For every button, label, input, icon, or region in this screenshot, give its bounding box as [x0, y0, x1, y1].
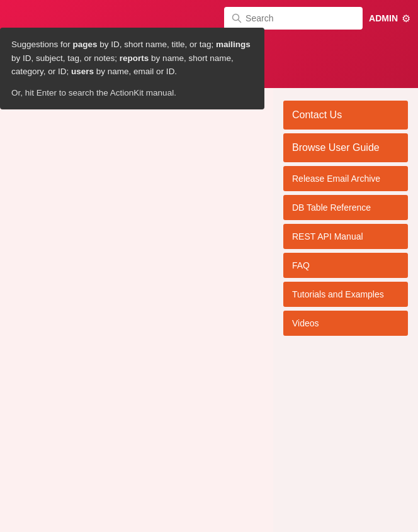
search-dropdown: Suggestions for pages by ID, short name,… — [0, 28, 264, 109]
dropdown-hint: Or, hit Enter to search the ActionKit ma… — [11, 86, 253, 100]
search-icon — [232, 13, 242, 23]
search-input[interactable] — [246, 13, 355, 23]
mailings-keyword: mailings — [216, 40, 251, 49]
sidebar-button-faq[interactable]: FAQ — [283, 253, 408, 278]
main-content: Contact UsBrowse User GuideRelease Email… — [0, 88, 418, 532]
right-sidebar: Contact UsBrowse User GuideRelease Email… — [273, 88, 418, 532]
sidebar-button-db-table-reference[interactable]: DB Table Reference — [283, 195, 408, 220]
sidebar-button-release-email-archive[interactable]: Release Email Archive — [283, 166, 408, 191]
sidebar-button-contact-us[interactable]: Contact Us — [283, 101, 408, 130]
header: ADMIN ⚙ Suggestions for pages by ID, sho… — [0, 0, 418, 88]
sidebar-button-rest-api-manual[interactable]: REST API Manual — [283, 224, 408, 249]
sidebar-button-tutorials-and-examples[interactable]: Tutorials and Examples — [283, 282, 408, 307]
dropdown-text: Suggestions for pages by ID, short name,… — [11, 40, 251, 76]
pages-keyword: pages — [73, 40, 98, 49]
svg-line-1 — [239, 20, 241, 23]
header-top: ADMIN ⚙ — [0, 0, 418, 31]
reports-keyword: reports — [120, 53, 149, 63]
gear-icon[interactable]: ⚙ — [402, 13, 410, 25]
admin-label: ADMIN — [369, 13, 398, 23]
search-box[interactable] — [224, 7, 363, 30]
left-panel — [0, 88, 273, 532]
sidebar-button-browse-user-guide[interactable]: Browse User Guide — [283, 133, 408, 162]
users-keyword: users — [71, 67, 94, 76]
admin-area: ADMIN ⚙ — [369, 13, 410, 25]
sidebar-button-videos[interactable]: Videos — [283, 311, 408, 336]
